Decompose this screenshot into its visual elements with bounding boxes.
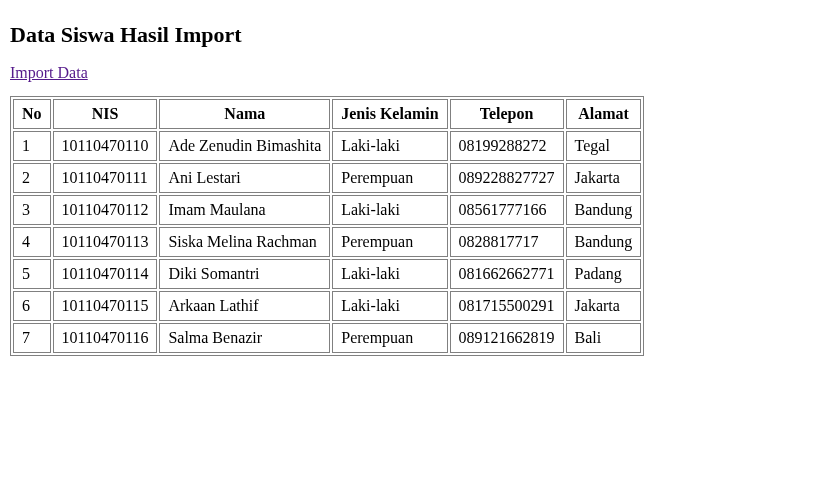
- cell-nama: Arkaan Lathif: [159, 291, 330, 321]
- cell-alamat: Padang: [566, 259, 642, 289]
- table-row: 3 10110470112 Imam Maulana Laki-laki 085…: [13, 195, 641, 225]
- cell-nama: Ani Lestari: [159, 163, 330, 193]
- cell-nama: Salma Benazir: [159, 323, 330, 353]
- cell-no: 2: [13, 163, 51, 193]
- cell-no: 6: [13, 291, 51, 321]
- table-row: 5 10110470114 Diki Somantri Laki-laki 08…: [13, 259, 641, 289]
- header-jenis-kelamin: Jenis Kelamin: [332, 99, 447, 129]
- cell-no: 7: [13, 323, 51, 353]
- cell-alamat: Bandung: [566, 227, 642, 257]
- table-header-row: No NIS Nama Jenis Kelamin Telepon Alamat: [13, 99, 641, 129]
- cell-nis: 10110470112: [53, 195, 158, 225]
- cell-alamat: Tegal: [566, 131, 642, 161]
- cell-no: 5: [13, 259, 51, 289]
- table-row: 6 10110470115 Arkaan Lathif Laki-laki 08…: [13, 291, 641, 321]
- cell-no: 1: [13, 131, 51, 161]
- cell-nama: Siska Melina Rachman: [159, 227, 330, 257]
- cell-nis: 10110470113: [53, 227, 158, 257]
- cell-jenis-kelamin: Perempuan: [332, 227, 447, 257]
- cell-nis: 10110470115: [53, 291, 158, 321]
- cell-telepon: 08199288272: [450, 131, 564, 161]
- cell-nama: Ade Zenudin Bimashita: [159, 131, 330, 161]
- cell-nama: Imam Maulana: [159, 195, 330, 225]
- cell-nis: 10110470114: [53, 259, 158, 289]
- import-data-link[interactable]: Import Data: [10, 64, 88, 81]
- table-row: 2 10110470111 Ani Lestari Perempuan 0892…: [13, 163, 641, 193]
- cell-jenis-kelamin: Laki-laki: [332, 259, 447, 289]
- page-title: Data Siswa Hasil Import: [10, 22, 825, 48]
- cell-jenis-kelamin: Laki-laki: [332, 195, 447, 225]
- header-nis: NIS: [53, 99, 158, 129]
- header-nama: Nama: [159, 99, 330, 129]
- cell-nis: 10110470116: [53, 323, 158, 353]
- cell-alamat: Jakarta: [566, 291, 642, 321]
- cell-nama: Diki Somantri: [159, 259, 330, 289]
- cell-telepon: 089228827727: [450, 163, 564, 193]
- cell-jenis-kelamin: Laki-laki: [332, 131, 447, 161]
- cell-jenis-kelamin: Perempuan: [332, 163, 447, 193]
- cell-alamat: Jakarta: [566, 163, 642, 193]
- cell-telepon: 089121662819: [450, 323, 564, 353]
- cell-jenis-kelamin: Laki-laki: [332, 291, 447, 321]
- table-row: 4 10110470113 Siska Melina Rachman Perem…: [13, 227, 641, 257]
- header-telepon: Telepon: [450, 99, 564, 129]
- header-no: No: [13, 99, 51, 129]
- header-alamat: Alamat: [566, 99, 642, 129]
- cell-alamat: Bali: [566, 323, 642, 353]
- cell-alamat: Bandung: [566, 195, 642, 225]
- cell-telepon: 0828817717: [450, 227, 564, 257]
- student-table: No NIS Nama Jenis Kelamin Telepon Alamat…: [10, 96, 644, 356]
- table-row: 7 10110470116 Salma Benazir Perempuan 08…: [13, 323, 641, 353]
- cell-jenis-kelamin: Perempuan: [332, 323, 447, 353]
- cell-no: 3: [13, 195, 51, 225]
- cell-nis: 10110470110: [53, 131, 158, 161]
- table-body: 1 10110470110 Ade Zenudin Bimashita Laki…: [13, 131, 641, 353]
- cell-nis: 10110470111: [53, 163, 158, 193]
- cell-telepon: 08561777166: [450, 195, 564, 225]
- table-row: 1 10110470110 Ade Zenudin Bimashita Laki…: [13, 131, 641, 161]
- cell-telepon: 081715500291: [450, 291, 564, 321]
- cell-no: 4: [13, 227, 51, 257]
- cell-telepon: 081662662771: [450, 259, 564, 289]
